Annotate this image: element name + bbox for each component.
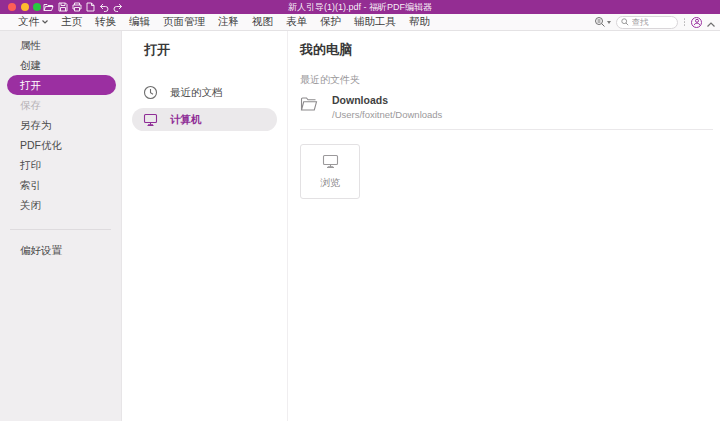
sidebar-item-open[interactable]: 打开 (7, 75, 116, 95)
sidebar-item-properties[interactable]: 属性 (7, 35, 116, 55)
menu-comment[interactable]: 注释 (218, 15, 239, 29)
menu-edit[interactable]: 编辑 (129, 15, 150, 29)
menu-file[interactable]: 文件 (18, 15, 48, 29)
folder-info: Downloads /Users/foxitnet/Downloads (332, 94, 442, 120)
menu-accessibility[interactable]: 辅助工具 (354, 15, 396, 29)
menubar-right-controls (594, 14, 716, 30)
open-location-list: 最近的文档 计算机 (122, 81, 287, 131)
folder-name: Downloads (332, 94, 442, 106)
collapse-ribbon-button[interactable] (707, 13, 715, 31)
open-panel-title: 打开 (144, 41, 287, 59)
browse-label: 浏览 (320, 176, 340, 190)
search-icon (621, 18, 629, 26)
sidebar-item-create[interactable]: 创建 (7, 55, 116, 75)
menu-home[interactable]: 主页 (61, 15, 82, 29)
sidebar-item-save: 保存 (7, 95, 116, 115)
window-title: 新人引导(1)(1).pdf - 福昕PDF编辑器 (0, 0, 720, 14)
menu-convert[interactable]: 转换 (95, 15, 116, 29)
sidebar-item-close[interactable]: 关闭 (7, 195, 116, 215)
titlebar: 新人引导(1)(1).pdf - 福昕PDF编辑器 (0, 0, 720, 14)
open-row-label: 计算机 (170, 113, 202, 127)
user-icon (693, 18, 701, 26)
my-computer-panel: 我的电脑 最近的文件夹 Downloads /Users/foxitnet/Do… (288, 31, 720, 421)
open-computer[interactable]: 计算机 (132, 108, 277, 131)
chevron-down-icon (607, 21, 611, 24)
menubar: 文件 主页 转换 编辑 页面管理 注释 视图 表单 保护 辅助工具 帮助 (0, 14, 720, 31)
search-replace-icon (594, 16, 606, 28)
menu-items: 文件 主页 转换 编辑 页面管理 注释 视图 表单 保护 辅助工具 帮助 (0, 15, 430, 29)
menu-help[interactable]: 帮助 (409, 15, 430, 29)
computer-icon (322, 154, 339, 169)
search-replace-button[interactable] (594, 16, 611, 28)
browse-button[interactable]: 浏览 (300, 144, 360, 199)
backstage-sidebar: 属性 创建 打开 保存 另存为 PDF优化 打印 索引 关闭 偏好设置 (0, 31, 122, 421)
search-input[interactable] (632, 17, 673, 27)
sidebar-item-preferences[interactable]: 偏好设置 (7, 240, 116, 260)
menu-page-organize[interactable]: 页面管理 (163, 15, 205, 29)
folder-icon (300, 96, 318, 112)
open-panel: 打开 最近的文档 计算机 (122, 31, 288, 421)
menu-view[interactable]: 视图 (252, 15, 273, 29)
open-row-label: 最近的文档 (170, 86, 223, 100)
more-options-icon[interactable] (684, 18, 686, 26)
find-search-box[interactable] (616, 16, 678, 29)
sidebar-item-pdf-optimize[interactable]: PDF优化 (7, 135, 116, 155)
content-title: 我的电脑 (300, 41, 720, 59)
open-recent-documents[interactable]: 最近的文档 (132, 81, 277, 104)
chevron-up-icon (707, 22, 715, 27)
sidebar-divider (10, 229, 111, 230)
chevron-down-icon (42, 20, 48, 24)
computer-icon (143, 113, 158, 127)
recent-folders-label: 最近的文件夹 (300, 73, 720, 87)
sidebar-item-print[interactable]: 打印 (7, 155, 116, 175)
recent-folder-downloads[interactable]: Downloads /Users/foxitnet/Downloads (300, 94, 713, 130)
account-avatar[interactable] (691, 17, 702, 28)
menu-form[interactable]: 表单 (286, 15, 307, 29)
sidebar-item-save-as[interactable]: 另存为 (7, 115, 116, 135)
folder-path: /Users/foxitnet/Downloads (332, 109, 442, 120)
menu-protect[interactable]: 保护 (320, 15, 341, 29)
clock-icon (143, 85, 158, 100)
sidebar-item-index[interactable]: 索引 (7, 175, 116, 195)
